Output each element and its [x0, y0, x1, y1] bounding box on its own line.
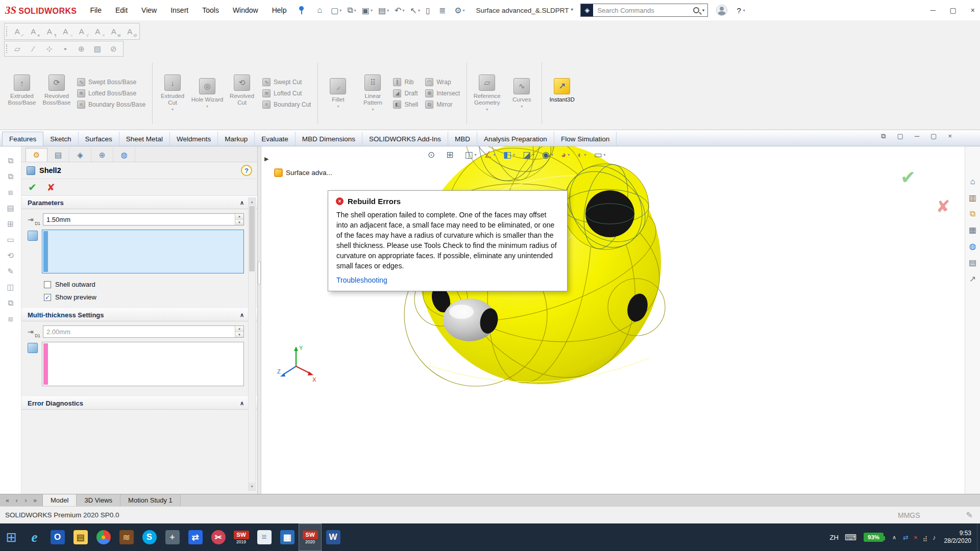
multi-thickness-input[interactable]: [43, 326, 235, 337]
print-icon[interactable]: ▤ ▾: [378, 6, 389, 15]
draft-button[interactable]: ◢ Draft: [393, 89, 418, 97]
cancel-button[interactable]: ✘: [47, 182, 55, 193]
paste-icon[interactable]: ⧉: [3, 169, 18, 184]
surface-finish-icon[interactable]: A √: [74, 25, 89, 38]
utility-app-icon[interactable]: +: [161, 523, 184, 551]
splitter-grip[interactable]: [258, 261, 261, 285]
ribbon-tab[interactable]: Surfaces: [79, 132, 119, 146]
point-icon[interactable]: •: [58, 42, 72, 56]
screen-capture-icon[interactable]: ◫: [3, 280, 18, 294]
solidworks-2020-icon[interactable]: SW 2020: [299, 523, 322, 551]
alert-tray-icon[interactable]: ×: [911, 534, 920, 541]
ribbon-tab[interactable]: MBD: [448, 132, 477, 146]
touch-mode-icon[interactable]: ▯ ▾: [426, 6, 433, 15]
close-window-button[interactable]: ×: [971, 6, 975, 14]
ribbon-tab[interactable]: Analysis Preparation: [477, 132, 554, 146]
dimxpert-tab[interactable]: ⊕: [91, 148, 113, 162]
measure-icon[interactable]: ∠ ▾: [484, 149, 496, 160]
geometric-tolerance-icon[interactable]: A Ø: [122, 25, 138, 38]
mirror-button[interactable]: ⧉ Mirror: [425, 101, 460, 109]
minimize-window-button[interactable]: ─: [930, 6, 936, 14]
extruded-cut-button[interactable]: ↓ Extruded Cut ▾: [156, 72, 189, 114]
confirmation-corner-cancel-icon[interactable]: ✘: [936, 196, 950, 216]
featuremanager-flyout[interactable]: Surface adva...: [275, 169, 332, 177]
view-settings-icon[interactable]: ▭ ▾: [594, 149, 605, 160]
weld-symbol-icon[interactable]: A ≈: [90, 25, 106, 38]
file-explorer-pane-icon[interactable]: ⧉: [970, 209, 975, 218]
internet-explorer-icon[interactable]: e: [23, 523, 46, 551]
rotate-view-icon[interactable]: ⟲: [3, 248, 18, 263]
undo-icon[interactable]: ↶ ▾: [395, 6, 404, 15]
options-icon[interactable]: ⚙ ▾: [454, 6, 464, 15]
panel-splitter[interactable]: [258, 146, 261, 494]
keyboard-icon[interactable]: ⌨: [842, 533, 859, 542]
multi-thickness-stepper[interactable]: ▲ ▼: [235, 326, 243, 337]
media-app-icon[interactable]: ≋: [115, 523, 138, 551]
open-icon[interactable]: ⧉ ▾: [347, 6, 356, 15]
design-library-icon[interactable]: ▥: [969, 193, 976, 203]
ribbon-tab[interactable]: Weldments: [170, 132, 218, 146]
notepad-icon[interactable]: ≡: [253, 523, 276, 551]
pin-menu-icon[interactable]: [299, 6, 304, 15]
configuration-tab[interactable]: ◈: [69, 148, 91, 162]
thickness-stepper[interactable]: ▲ ▼: [235, 214, 243, 225]
minimize-document-icon[interactable]: ─: [915, 132, 919, 140]
balloon-icon[interactable]: A ○: [58, 25, 74, 38]
window-icon[interactable]: ⧈: [3, 312, 18, 326]
multi-thickness-faces-list[interactable]: [42, 342, 244, 386]
panel-scrollbar[interactable]: ▲ ▼: [248, 197, 256, 491]
copy-settings-icon[interactable]: ⧉: [3, 296, 18, 310]
note-icon[interactable]: A ¶: [42, 25, 57, 38]
menu-item[interactable]: Edit: [115, 6, 128, 14]
skype-icon[interactable]: S: [138, 523, 161, 551]
extruded-boss-base-button[interactable]: ↑ Extruded Boss/Base ▾: [5, 72, 39, 114]
first-tab-button[interactable]: «: [3, 497, 12, 504]
propertymanager-tab[interactable]: ⚙: [26, 148, 47, 162]
new-document-icon[interactable]: ▢ ▾: [331, 6, 341, 15]
forum-icon[interactable]: ↗: [969, 274, 976, 284]
menu-item[interactable]: Tools: [202, 6, 219, 14]
hole-wizard-button[interactable]: ◎ Hole Wizard ▾: [190, 76, 224, 111]
annotate-icon[interactable]: ✎: [3, 264, 18, 279]
thickness-input[interactable]: [43, 214, 235, 225]
search-input[interactable]: [593, 7, 693, 14]
user-account-icon[interactable]: [716, 5, 727, 16]
hide-show-icon[interactable]: ◉ ▾: [542, 149, 553, 160]
duplicate-icon[interactable]: ⧈: [3, 185, 18, 199]
show-preview-checkbox[interactable]: ✓ Show preview: [44, 293, 257, 301]
ribbon-tab[interactable]: Evaluate: [255, 132, 296, 146]
restore-document-icon[interactable]: ▢: [930, 132, 937, 140]
custom-properties-icon[interactable]: ▤: [969, 258, 976, 267]
scroll-up-icon[interactable]: ▲: [249, 198, 255, 206]
graphics-area[interactable]: ▶ Surface adva... ⊙ ▾ ⊞ ▾ ◫ ▾: [261, 146, 965, 494]
featuremanager-expander-icon[interactable]: ▶: [264, 156, 268, 162]
spin-up-icon[interactable]: ▲: [235, 214, 243, 220]
line-icon[interactable]: ∕: [26, 42, 40, 56]
zoom-fit-icon[interactable]: ⊙ ▾: [428, 149, 438, 160]
shell-outward-checkbox[interactable]: Shell outward: [44, 281, 257, 288]
previous-tab-button[interactable]: ‹: [12, 497, 21, 504]
help-menu-button[interactable]: ? ▾: [737, 6, 745, 15]
view-orientation-icon[interactable]: ◧ ▾: [503, 149, 515, 160]
ok-button[interactable]: ✔: [28, 181, 37, 193]
calculator-icon[interactable]: ▦: [276, 523, 299, 551]
edit-appearance-icon[interactable]: ◕ ▾: [561, 150, 570, 160]
search-icon[interactable]: [693, 7, 699, 13]
wrap-button[interactable]: ◠ Wrap: [425, 78, 460, 86]
teamviewer-tray-icon[interactable]: ⇄: [900, 534, 911, 541]
revolved-boss-base-button[interactable]: ⟳ Revolved Boss/Base ▾: [40, 72, 74, 114]
file-explorer-icon[interactable]: ▤: [69, 523, 92, 551]
home-icon[interactable]: ⌂ ▾: [317, 6, 325, 15]
apply-scene-icon[interactable]: ◐ ▾: [577, 150, 586, 160]
grid-icon[interactable]: ⊞: [3, 217, 18, 231]
error-diagnostics-section-header[interactable]: Error Diagnostics ∧: [21, 396, 257, 410]
last-tab-button[interactable]: »: [31, 497, 39, 504]
hidden-icons-chevron[interactable]: ∧: [888, 534, 900, 541]
view-palette-icon[interactable]: ▦: [969, 225, 976, 235]
revolved-cut-button[interactable]: ⟲ Revolved Cut ▾: [225, 72, 259, 114]
show-desktop-button[interactable]: [977, 523, 980, 551]
select-window-icon[interactable]: ▭: [3, 233, 18, 247]
display-manager-tab[interactable]: ◍: [113, 148, 135, 162]
search-dropdown-icon[interactable]: ▾: [702, 8, 705, 13]
document-tab[interactable]: Model: [43, 494, 77, 506]
